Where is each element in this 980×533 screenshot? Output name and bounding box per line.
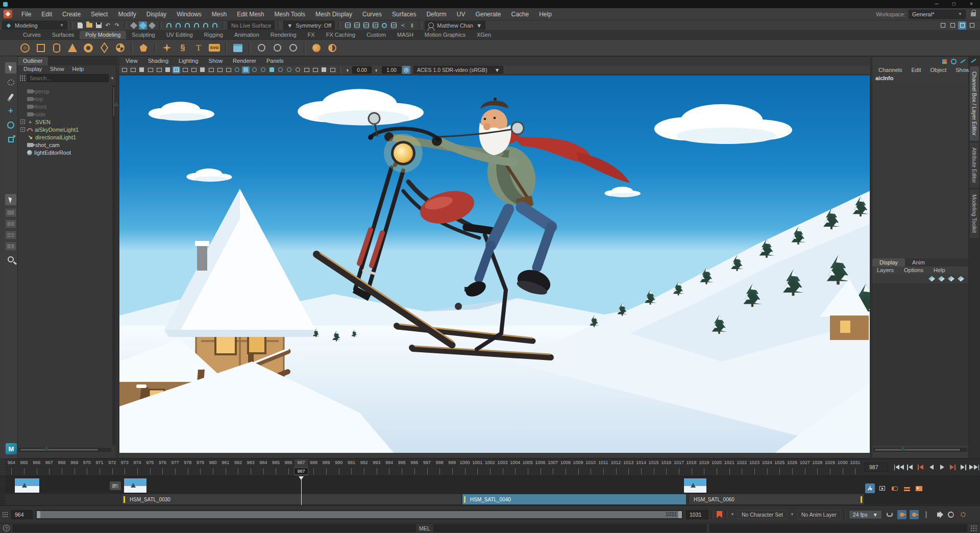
graph-editor-icon[interactable] <box>959 58 966 65</box>
shelf-tab-rigging[interactable]: Rigging <box>199 31 229 39</box>
animation-prefs-key-icon[interactable] <box>910 510 919 519</box>
2d-pan-zoom-icon[interactable] <box>155 66 163 74</box>
timeline-frame-998[interactable]: 998 <box>433 459 446 476</box>
menu-create[interactable]: Create <box>57 8 86 20</box>
viewport-menu-renderer[interactable]: Renderer <box>228 57 261 65</box>
command-language-label[interactable]: MEL <box>419 525 430 531</box>
side-tab-modeling-toolkit[interactable]: Modeling Toolkit <box>970 189 979 238</box>
menu-cache[interactable]: Cache <box>506 8 534 20</box>
camera-attributes-icon[interactable] <box>129 66 137 74</box>
layer-tab-anim[interactable]: Anim <box>905 258 932 266</box>
boolean-difference-icon[interactable] <box>326 41 339 55</box>
playblast-clip-icon[interactable] <box>877 483 887 493</box>
timeline-frame-988[interactable]: 988 <box>307 459 320 476</box>
shelf-tab-rendering[interactable]: Rendering <box>265 31 302 39</box>
timeline-frame-1021[interactable]: 1021 <box>723 459 736 476</box>
quad-draw-icon[interactable] <box>271 41 284 55</box>
range-slider-bar[interactable]: 1031 <box>37 511 682 518</box>
timeline-frame-1024[interactable]: 1024 <box>761 459 773 476</box>
sequencer-clip-hsm-satl-0060[interactable]: HSM_SATL_0060 <box>689 494 864 505</box>
outliner-item-side[interactable]: side <box>18 110 112 118</box>
safe-title-icon[interactable] <box>225 66 232 74</box>
resolution-gate-icon[interactable] <box>190 66 198 74</box>
film-gate-icon[interactable] <box>181 66 189 74</box>
poly-cylinder-icon[interactable] <box>50 41 63 55</box>
command-line-input[interactable] <box>433 524 706 532</box>
timeline-frame-1031[interactable]: 1031 <box>849 459 862 476</box>
textured-icon[interactable] <box>251 66 258 74</box>
timeline-frame-1001[interactable]: 1001 <box>471 459 484 476</box>
timeline-frame-1013[interactable]: 1013 <box>622 459 635 476</box>
paint-select-tool-button[interactable] <box>5 91 16 102</box>
poly-cone-icon[interactable] <box>66 41 79 55</box>
outliner-menu-display[interactable]: Display <box>20 65 45 73</box>
snap-projected-center-icon[interactable] <box>192 21 201 30</box>
exposure-icon[interactable]: ◑ <box>343 66 351 74</box>
timeline-frame-969[interactable]: 969 <box>68 459 81 476</box>
outliner-menu-show[interactable]: Show <box>46 65 68 73</box>
shelf-tab-uv-editing[interactable]: UV Editing <box>161 31 199 39</box>
timeline-frame-1003[interactable]: 1003 <box>496 459 509 476</box>
layer-menu-help[interactable]: Help <box>929 266 950 274</box>
shelf-tab-surfaces[interactable]: Surfaces <box>46 31 80 39</box>
character-visibility-icon[interactable] <box>865 483 875 493</box>
cached-playback-icon[interactable] <box>946 510 955 519</box>
snap-curve-icon[interactable] <box>174 21 182 30</box>
type-tool-icon[interactable]: T <box>192 41 205 55</box>
platonic-solid-icon[interactable] <box>137 41 150 55</box>
timeline-frame-992[interactable]: 992 <box>358 459 371 476</box>
move-tool-button[interactable]: + <box>5 105 16 116</box>
timeline-frame-1025[interactable]: 1025 <box>773 459 786 476</box>
viewport-menu-lighting[interactable]: Lighting <box>174 57 203 65</box>
menu-display[interactable]: Display <box>141 8 172 20</box>
safe-action-icon[interactable] <box>216 66 224 74</box>
range-start-handle[interactable] <box>37 511 40 518</box>
timeline-frame-1011[interactable]: 1011 <box>597 459 610 476</box>
expand-icon[interactable]: + <box>20 127 25 132</box>
character-set-icon[interactable] <box>941 58 948 65</box>
fps-dropdown[interactable]: 24 fps ▼ <box>849 510 882 519</box>
sidebar-toggle-icon[interactable] <box>968 21 976 30</box>
slider-handle[interactable] <box>922 510 931 519</box>
select-hierarchy-icon[interactable] <box>130 21 138 30</box>
timeline-frame-1014[interactable]: 1014 <box>635 459 648 476</box>
shaded-icon[interactable] <box>242 66 250 74</box>
timeline-frame-1015[interactable]: 1015 <box>647 459 660 476</box>
menu-mesh-tools[interactable]: Mesh Tools <box>270 8 310 20</box>
timeline-frame-964[interactable]: 964 <box>5 459 18 476</box>
channel-box-menu-edit[interactable]: Edit <box>907 66 925 74</box>
chevron-down-icon[interactable]: ▼ <box>790 512 794 517</box>
multi-cut-icon[interactable] <box>231 41 244 55</box>
menu-file[interactable]: File <box>16 8 36 20</box>
timeline-frame-1027[interactable]: 1027 <box>798 459 811 476</box>
make-live-icon[interactable] <box>211 21 219 30</box>
timeline-frame-1008[interactable]: 1008 <box>559 459 572 476</box>
layout-single-pane-button[interactable] <box>6 209 16 216</box>
expand-icon[interactable]: + <box>20 119 25 124</box>
auto-keyframe-icon[interactable] <box>897 510 906 519</box>
lasso-tool-button[interactable] <box>5 77 16 88</box>
timeline-frame-981[interactable]: 981 <box>219 459 232 476</box>
view-transform-icon[interactable]: ◎ <box>402 66 410 74</box>
timeline-frame-994[interactable]: 994 <box>383 459 396 476</box>
viewport-menu-show[interactable]: Show <box>204 57 228 65</box>
timeline-frame-997[interactable]: 997 <box>421 459 433 476</box>
sequencer-playhead[interactable] <box>301 476 302 505</box>
timeline-frame-993[interactable]: 993 <box>370 459 383 476</box>
xray-joints-icon[interactable] <box>311 66 319 74</box>
outliner-filter-icon[interactable] <box>19 75 26 81</box>
poly-plane-icon[interactable] <box>97 41 111 55</box>
timeline-frame-984[interactable]: 984 <box>257 459 270 476</box>
time-slider[interactable]: 9649659669679689699709719729739749759769… <box>0 458 980 476</box>
snap-grid-icon[interactable] <box>165 21 173 30</box>
shelf-tab-custom[interactable]: Custom <box>361 31 391 39</box>
gamma-icon[interactable]: ◐ <box>373 66 381 74</box>
timeline-frame-995[interactable]: 995 <box>396 459 408 476</box>
shelf-tab-animation[interactable]: Animation <box>229 31 265 39</box>
timeline-frame-1017[interactable]: 1017 <box>673 459 685 476</box>
viewport-menu-view[interactable]: View <box>121 57 142 65</box>
layout-four-pane-button[interactable] <box>6 231 16 239</box>
workspace-lock-icon[interactable] <box>971 12 976 16</box>
menu-deform[interactable]: Deform <box>421 8 451 20</box>
render-icon[interactable]: 123 <box>371 21 379 30</box>
